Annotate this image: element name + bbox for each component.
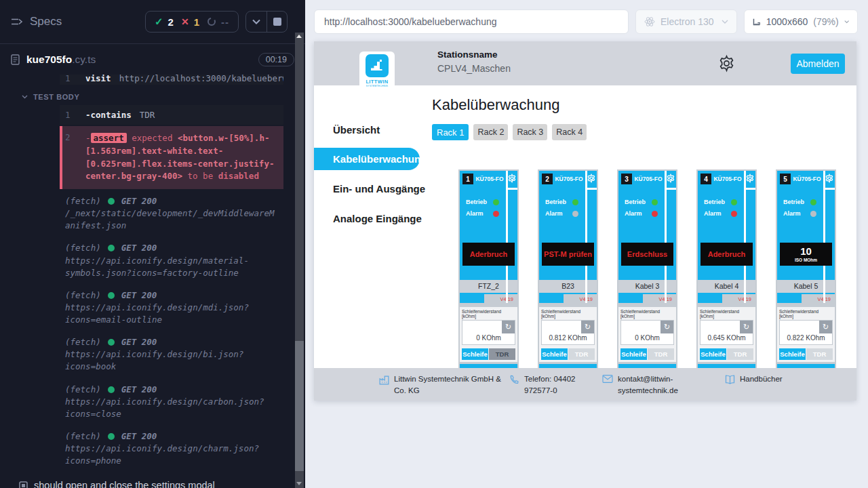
cable-name: Kabel 4 [698, 280, 755, 293]
status-text: Aderbruch [470, 250, 508, 258]
firmware-row: V4.19 [539, 294, 597, 303]
rack-tab[interactable]: Rack 3 [513, 124, 547, 140]
alarm-led [731, 211, 737, 217]
refresh-icon[interactable]: ↻ [502, 321, 515, 333]
footer-manuals[interactable]: Handbücher [724, 373, 783, 401]
divider [825, 188, 835, 190]
stop-button[interactable] [267, 12, 287, 32]
rack-tab[interactable]: Rack 4 [552, 124, 587, 140]
settings-gear-icon[interactable] [717, 54, 736, 75]
measurement-label: Schleifenwiderstand [kOhm] [700, 309, 753, 319]
fetch-log-row[interactable]: (fetch) GET 200 https://api.iconify.desi… [60, 333, 283, 376]
cypress-reporter: Specs ✓2 ✕1 -- kue705fo.cy.ts 00:19 [0, 0, 305, 488]
sidebar-item[interactable]: Ein- und Ausgänge [314, 174, 426, 203]
measurement-value: 0.645 KOhm [701, 334, 753, 342]
next-test-row[interactable]: should open and close the settings modal [19, 480, 305, 488]
fetch-log-row[interactable]: (fetch) GET 200 https://api.iconify.desi… [60, 427, 283, 470]
tdr-button[interactable]: TDR [568, 348, 595, 360]
reporter-scrollbar[interactable] [295, 33, 304, 488]
status-display: Aderbruch [462, 243, 515, 266]
sidebar-item[interactable]: Analoge Eingänge [314, 203, 426, 233]
fetch-log-row[interactable]: (fetch) GET 200 https://api.iconify.desi… [60, 239, 283, 282]
divider [665, 171, 667, 303]
command-row-contains[interactable]: 1 -contains TDR [60, 105, 283, 125]
success-dot-icon [108, 386, 115, 393]
collapse-button[interactable] [246, 12, 267, 32]
divider [667, 188, 676, 190]
device-gear-icon[interactable] [825, 174, 834, 186]
url-input[interactable]: http://localhost:3000/kabelueberwachung [314, 9, 629, 34]
viewport-selector[interactable]: 1000x660(79%) [744, 9, 858, 34]
device-gear-icon[interactable] [745, 174, 755, 186]
chevron-down-icon [22, 95, 28, 99]
device-model: KÜ705-FO [711, 176, 744, 182]
divider [587, 188, 597, 190]
run-controls [245, 11, 288, 33]
fetch-status: GET 200 [121, 242, 157, 254]
test-body-section[interactable]: TEST BODY [22, 93, 305, 101]
footer-phone: Telefon: 04402 972577-0 [509, 373, 595, 401]
divider [508, 188, 517, 190]
refresh-icon[interactable]: ↻ [581, 321, 594, 333]
app-footer: Littwin Systemtechnik GmbH & Co. KG Tele… [314, 368, 856, 401]
ruler-icon [753, 17, 761, 27]
scroll-down-arrow[interactable] [296, 482, 302, 485]
schleife-button[interactable]: Schleife [462, 348, 488, 360]
sidebar-item[interactable]: Übersicht [314, 115, 426, 144]
command-row-assert-failed[interactable]: 2 -assert expected <button.w-[50%].h-[1.… [60, 126, 283, 189]
refresh-icon[interactable]: ↻ [819, 321, 832, 333]
logout-button[interactable]: Abmelden [791, 54, 845, 74]
fetch-log-row[interactable]: (fetch) GET 200 https://api.iconify.desi… [60, 286, 283, 329]
test-stats: ✓2 ✕1 -- [145, 11, 239, 33]
measurement-box: ↻ 0 KOhm [620, 320, 674, 345]
fetch-log-row[interactable]: (fetch) GET 200 https://api.iconify.desi… [60, 380, 283, 424]
passed-icon: ✓ [155, 16, 163, 28]
tdr-button[interactable]: TDR [489, 348, 515, 360]
scrollbar-thumb[interactable] [295, 341, 304, 471]
station-info: Stationsname CPLV4_Maschen [437, 49, 511, 74]
measurement-value: 0.812 KOhm [542, 334, 594, 342]
footer-email[interactable]: kontakt@littwin-systemtechnik.de [602, 373, 689, 401]
status-display: Aderbruch [701, 243, 753, 266]
schleife-button[interactable]: Schleife [779, 348, 806, 360]
alarm-led [493, 211, 499, 217]
chevron-down-icon [844, 20, 849, 24]
cable-name: B23 [539, 280, 597, 293]
success-dot-icon [108, 198, 115, 205]
alarm-led [572, 211, 578, 217]
device-gear-icon[interactable] [587, 174, 596, 186]
fetch-status: GET 200 [121, 336, 157, 348]
firmware-version: V4.19 [802, 294, 835, 303]
schleife-button[interactable]: Schleife [541, 348, 568, 360]
sidebar-item[interactable]: Kabelüberwachung [314, 148, 420, 170]
browser-selector[interactable]: Electron 130 [635, 9, 737, 34]
betrieb-led [572, 199, 578, 205]
status-unit: ISO MOhm [795, 258, 817, 262]
device-gear-icon[interactable] [507, 174, 517, 186]
divider [823, 171, 825, 303]
tdr-button[interactable]: TDR [727, 348, 753, 360]
tdr-button[interactable]: TDR [648, 348, 674, 360]
rack-tab[interactable]: Rack 2 [473, 124, 508, 140]
measurement-panel: Schleifenwiderstand [kOhm] ↻ 0.645 KOhm … [698, 307, 755, 362]
tdr-button[interactable]: TDR [806, 348, 833, 360]
device-gear-icon[interactable] [666, 174, 675, 186]
measurement-box: ↻ 0.645 KOhm [700, 320, 753, 345]
scroll-up-arrow[interactable] [296, 35, 302, 38]
schleife-button[interactable]: Schleife [620, 348, 647, 360]
fetch-log-row[interactable]: (fetch) GET 200 /_next/static/developmen… [60, 192, 283, 235]
fetch-url: https://api.iconify.design/mdi.json?icon… [65, 302, 278, 326]
device-front: 1 KÜ705-FO Betrieb Alarm [460, 171, 517, 303]
spec-file-row[interactable]: kue705fo.cy.ts 00:19 [0, 44, 305, 75]
specs-nav[interactable]: Specs [11, 15, 62, 28]
measurement-box: ↻ 0.812 KOhm [541, 320, 595, 345]
app-body: Übersicht Kabelüberwachung Ein- und Ausg… [314, 85, 856, 368]
rack-tab[interactable]: Rack 1 [432, 124, 469, 140]
command-row-visit[interactable]: 1 visit http://localhost:3000/kabelueber… [60, 75, 283, 85]
fetch-url: https://api.iconify.design/charm.json?ic… [65, 443, 278, 467]
schleife-button[interactable]: Schleife [700, 348, 726, 360]
fetch-status: GET 200 [121, 384, 157, 396]
refresh-icon[interactable]: ↻ [740, 321, 753, 333]
refresh-icon[interactable]: ↻ [660, 321, 673, 333]
slot-number: 3 [621, 174, 632, 184]
